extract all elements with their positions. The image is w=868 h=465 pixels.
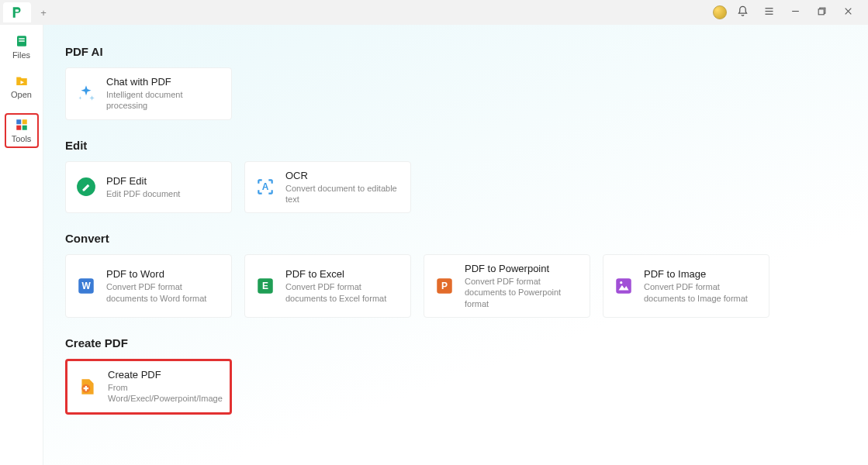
section-convert: Convert W PDF to Word Convert PDF format… (65, 232, 846, 318)
word-icon: W (75, 275, 97, 297)
pdf-edit-icon (75, 176, 97, 198)
section-edit: Edit PDF Edit Edit PDF document A (65, 139, 846, 214)
section-create-pdf: Create PDF Create PDF From Word/Execl/Po… (65, 336, 846, 415)
svg-text:P: P (441, 281, 448, 291)
bell-icon (737, 5, 749, 19)
section-title-edit: Edit (65, 139, 846, 152)
svg-point-26 (620, 281, 622, 284)
ocr-icon: A (254, 176, 276, 198)
menu-button[interactable] (758, 2, 780, 23)
minimize-icon (790, 6, 801, 19)
card-pdf-to-word[interactable]: W PDF to Word Convert PDF format documen… (65, 254, 232, 318)
app-tab[interactable] (3, 2, 31, 22)
titlebar: + (0, 0, 868, 25)
new-tab-button[interactable]: + (33, 2, 54, 23)
sidebar-item-tools[interactable]: Tools (5, 113, 39, 148)
plus-icon: + (40, 7, 47, 19)
close-icon (843, 6, 853, 19)
card-title: OCR (285, 170, 401, 181)
card-create-pdf[interactable]: Create PDF From Word/Execl/Powerpoint/Im… (65, 359, 232, 415)
sidebar-item-label: Tools (12, 134, 32, 143)
maximize-button[interactable] (811, 2, 832, 23)
maximize-icon (817, 6, 827, 19)
create-pdf-icon (77, 376, 99, 398)
card-desc: Convert PDF format documents to Image fo… (644, 281, 759, 304)
svg-text:W: W (81, 281, 91, 291)
section-title-create-pdf: Create PDF (65, 336, 846, 350)
avatar-icon[interactable] (713, 5, 727, 19)
open-icon (15, 74, 29, 88)
svg-text:E: E (262, 281, 268, 291)
sidebar-item-files[interactable]: Files (5, 34, 39, 60)
card-title: PDF to Powerpoint (465, 263, 580, 274)
svg-rect-5 (818, 9, 824, 15)
sidebar-item-label: Files (12, 50, 30, 60)
svg-rect-12 (16, 119, 21, 124)
card-title: PDF Edit (106, 175, 180, 187)
svg-rect-15 (22, 126, 26, 130)
card-title: Create PDF (108, 369, 223, 381)
content-area: PDF AI Chat with PDF Intelligent documen… (43, 25, 868, 465)
svg-rect-14 (16, 126, 21, 130)
section-title-pdf-ai: PDF AI (65, 45, 846, 58)
card-desc: Convert PDF format documents to Powerpoi… (465, 276, 580, 309)
hamburger-icon (763, 5, 775, 19)
section-pdf-ai: PDF AI Chat with PDF Intelligent documen… (65, 45, 846, 120)
section-title-convert: Convert (65, 232, 846, 245)
card-title: PDF to Image (644, 268, 759, 280)
titlebar-left: + (3, 2, 54, 23)
card-title: PDF to Word (106, 268, 222, 280)
card-desc: Convert PDF format documents to Excel fo… (285, 281, 401, 304)
card-pdf-to-powerpoint[interactable]: P PDF to Powerpoint Convert PDF format d… (424, 254, 590, 318)
card-desc: Edit PDF document (106, 188, 180, 199)
excel-icon: E (254, 275, 276, 297)
image-icon (613, 275, 635, 297)
sidebar: Files Open Tools (0, 25, 43, 465)
card-title: PDF to Excel (285, 268, 401, 280)
card-title: Chat with PDF (106, 76, 222, 88)
svg-rect-9 (19, 38, 25, 40)
app-logo-icon (10, 5, 24, 19)
svg-rect-13 (22, 119, 26, 124)
card-chat-with-pdf[interactable]: Chat with PDF Intelligent document proce… (65, 67, 232, 120)
files-icon (15, 34, 29, 48)
sidebar-item-open[interactable]: Open (5, 74, 39, 99)
card-pdf-to-image[interactable]: PDF to Image Convert PDF format document… (603, 254, 769, 318)
card-desc: Convert document to editable text (285, 183, 401, 205)
card-pdf-edit[interactable]: PDF Edit Edit PDF document (65, 161, 232, 214)
close-window-button[interactable] (837, 2, 859, 23)
tools-icon (15, 118, 29, 132)
sidebar-item-label: Open (11, 90, 32, 99)
svg-rect-24 (616, 278, 631, 294)
svg-text:A: A (262, 182, 269, 193)
svg-rect-10 (19, 40, 25, 42)
main-layout: Files Open Tools PDF AI (0, 25, 868, 465)
minimize-button[interactable] (784, 2, 806, 23)
card-desc: Convert PDF format documents to Word for… (106, 281, 222, 304)
notifications-button[interactable] (731, 2, 753, 23)
titlebar-right (713, 2, 865, 23)
sparkle-icon (75, 83, 97, 105)
card-desc: From Word/Execl/Powerpoint/Image (108, 382, 223, 405)
powerpoint-icon: P (434, 275, 455, 297)
card-pdf-to-excel[interactable]: E PDF to Excel Convert PDF format docume… (244, 254, 411, 318)
card-ocr[interactable]: A OCR Convert document to editable text (244, 161, 411, 214)
card-desc: Intelligent document processing (106, 89, 222, 112)
